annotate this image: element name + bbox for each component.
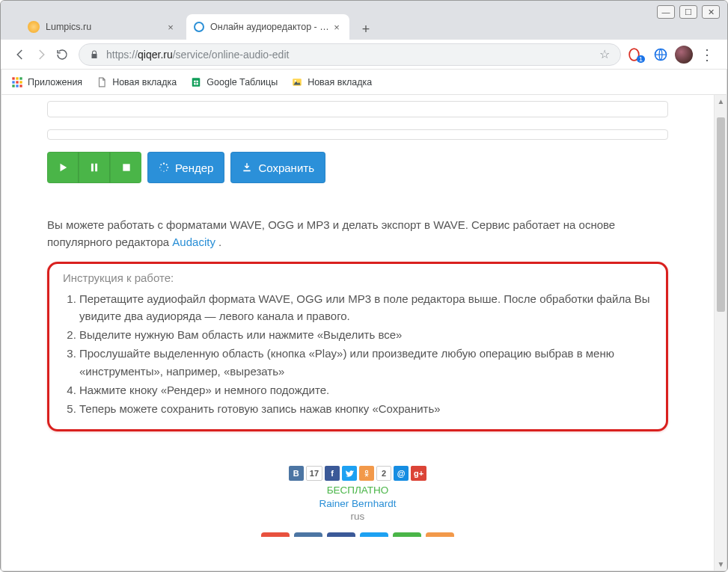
play-button[interactable] (47, 152, 79, 183)
footer-chip[interactable] (426, 532, 454, 537)
footer-lang: rus (47, 510, 668, 523)
apps-icon (11, 76, 23, 88)
instructions-list: Перетащите аудиофайл формата WAVE, OGG и… (79, 290, 652, 418)
footer-chip[interactable] (393, 532, 421, 537)
extension-opera[interactable]: 1 (627, 43, 649, 66)
svg-rect-9 (16, 84, 18, 87)
instruction-item: Перетащите аудиофайл формата WAVE, OGG и… (79, 290, 652, 325)
profile-avatar[interactable] (675, 46, 693, 64)
back-button[interactable] (10, 44, 31, 65)
footer-chip[interactable] (360, 532, 388, 537)
player-controls: Рендер Сохранить (47, 152, 668, 183)
render-label: Рендер (175, 162, 213, 174)
svg-rect-4 (19, 77, 22, 79)
footer-free: БЕСПЛАТНО (47, 484, 668, 497)
play-icon (58, 162, 68, 173)
svg-rect-28 (244, 170, 251, 172)
address-bar[interactable]: https://qiqer.ru/service/online-audio-ed… (79, 43, 621, 66)
save-label: Сохранить (258, 162, 314, 174)
save-button[interactable]: Сохранить (230, 152, 325, 183)
intro-after: . (215, 236, 221, 248)
tab-close-icon[interactable]: × (331, 22, 342, 32)
svg-point-27 (160, 164, 162, 165)
footer-author-link[interactable]: Rainer Bernhardt (319, 498, 397, 509)
pause-icon (89, 162, 100, 173)
instruction-item: Нажмите кноку «Рендер» и немного подожди… (79, 381, 652, 399)
svg-rect-7 (19, 81, 22, 83)
instruction-item: Прослушайте выделенную область (кнопка «… (79, 345, 652, 380)
favicon-qiqer (194, 22, 204, 32)
page-icon (96, 76, 108, 88)
share-gplus[interactable]: g+ (411, 466, 426, 481)
footer-chip[interactable] (261, 532, 290, 537)
url-path: /service/online-audio-edit (173, 49, 290, 61)
svg-point-15 (295, 80, 296, 82)
intro-before: Вы можете работать с форматами WAVE, OGG… (47, 218, 615, 248)
url-scheme: https:// (106, 49, 138, 61)
bookmarks-bar: Приложения Новая вкладка Google Таблицы … (1, 70, 727, 95)
share-mail[interactable]: @ (394, 466, 409, 481)
scroll-down-icon[interactable]: ▼ (715, 558, 727, 571)
tab-qiqer[interactable]: Онлайн аудиоредактор - редак × (186, 14, 349, 40)
share-tw[interactable] (342, 466, 357, 481)
instruction-item: Выделите нужную Вам область или нажмите … (79, 326, 652, 343)
bookmark-apps[interactable]: Приложения (11, 76, 82, 88)
reload-button[interactable] (52, 44, 73, 65)
share-vk-count: 17 (306, 466, 322, 481)
scroll-up-icon[interactable]: ▲ (715, 95, 727, 108)
tab-title: Lumpics.ru (46, 22, 165, 32)
share-row: В 17 f 2 @ g+ (47, 466, 668, 481)
scroll-thumb[interactable] (717, 117, 725, 312)
footer-buttons-row (47, 532, 668, 537)
instructions-title: Инструкция к работе: (63, 271, 652, 284)
pause-button[interactable] (79, 152, 110, 183)
svg-rect-8 (12, 84, 14, 87)
render-button[interactable]: Рендер (147, 152, 224, 183)
svg-point-29 (365, 471, 367, 473)
bookmark-newtab-1[interactable]: Новая вкладка (96, 76, 177, 88)
window-maximize[interactable]: ☐ (679, 5, 697, 19)
svg-point-23 (166, 170, 168, 171)
bookmark-label: Новая вкладка (112, 77, 177, 87)
tab-close-icon[interactable]: × (165, 22, 176, 32)
ok-icon (363, 468, 370, 479)
window-close[interactable]: ✕ (702, 5, 720, 19)
star-icon[interactable]: ☆ (599, 47, 610, 61)
svg-rect-2 (12, 77, 14, 79)
lock-icon (90, 49, 100, 60)
bookmark-label: Приложения (28, 77, 82, 87)
share-ok-count: 2 (376, 466, 391, 481)
window-minimize[interactable]: — (657, 5, 675, 19)
vertical-scrollbar[interactable]: ▲ ▼ (714, 95, 727, 571)
audacity-link[interactable]: Audacity (172, 236, 215, 248)
instruction-item: Теперь можете сохранить готовую запись н… (79, 400, 652, 417)
toolbar: https://qiqer.ru/service/online-audio-ed… (1, 40, 727, 70)
forward-button[interactable] (31, 44, 52, 65)
new-tab-button[interactable]: + (355, 19, 376, 40)
footer-chip[interactable] (294, 532, 322, 537)
extension-globe[interactable] (649, 43, 672, 66)
menu-button[interactable]: ⋮ (696, 43, 718, 66)
tab-lumpics[interactable]: Lumpics.ru × (20, 14, 183, 40)
footer-chip[interactable] (327, 532, 355, 537)
svg-rect-18 (95, 164, 97, 172)
share-ok[interactable] (359, 466, 374, 481)
editor-panel-top (47, 101, 668, 117)
bookmark-newtab-2[interactable]: Новая вкладка (291, 76, 372, 88)
tab-strip: Lumpics.ru × Онлайн аудиоредактор - реда… (1, 1, 727, 40)
bookmark-label: Google Таблицы (207, 77, 278, 87)
download-icon (242, 162, 252, 173)
share-fb[interactable]: f (325, 466, 340, 481)
twitter-icon (345, 469, 354, 478)
share-vk[interactable]: В (289, 466, 304, 481)
picture-icon (291, 76, 303, 88)
svg-point-22 (167, 167, 168, 168)
bookmark-sheets[interactable]: Google Таблицы (190, 76, 278, 88)
svg-rect-17 (91, 164, 94, 172)
stop-button[interactable] (110, 152, 141, 183)
url-host: qiqer.ru (138, 49, 173, 61)
svg-rect-6 (16, 81, 18, 83)
svg-point-24 (163, 171, 164, 172)
svg-rect-19 (123, 164, 129, 170)
sheets-icon (190, 76, 202, 88)
